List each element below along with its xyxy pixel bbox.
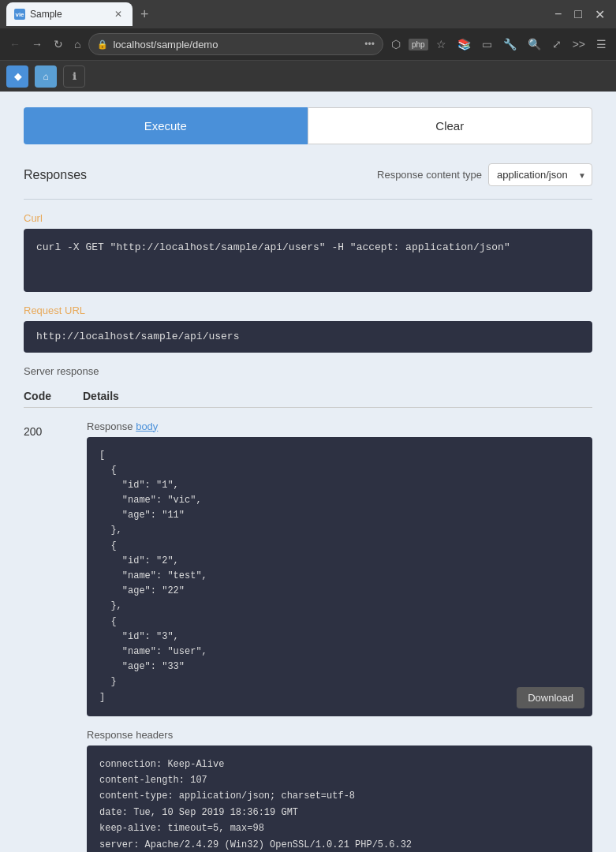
- ext-info-icon[interactable]: ℹ: [63, 65, 85, 88]
- minimize-button[interactable]: −: [550, 7, 566, 22]
- new-tab-button[interactable]: +: [136, 6, 154, 23]
- content-type-select[interactable]: application/json: [488, 163, 592, 186]
- refresh-button[interactable]: ↻: [50, 36, 66, 52]
- fullscreen-icon[interactable]: ⤢: [549, 36, 565, 52]
- curl-code-block: curl -X GET "http://localhost/sample/api…: [24, 229, 592, 292]
- response-body-link[interactable]: body: [136, 420, 158, 432]
- response-headers-label: Response headers: [87, 729, 592, 741]
- forward-button[interactable]: →: [28, 36, 46, 52]
- ext-logo-icon[interactable]: ◆: [6, 65, 28, 88]
- tab-close-button[interactable]: ✕: [112, 8, 125, 21]
- bookmark-icon[interactable]: ☆: [433, 36, 450, 52]
- clear-button[interactable]: Clear: [308, 107, 593, 144]
- response-headers-container: connection: Keep-Alive content-length: 1…: [87, 746, 592, 852]
- address-input[interactable]: 🔒 localhost/sample/demo •••: [88, 33, 383, 55]
- content-type-select-wrapper: application/json ▼: [488, 163, 592, 186]
- zoom-icon[interactable]: 🔍: [525, 36, 544, 52]
- content-type-selector: Response content type application/json ▼: [377, 163, 592, 186]
- toolbar-icons: ⬡ php ☆ 📚 ▭ 🔧 🔍 ⤢ >> ☰: [388, 36, 610, 52]
- php-badge: php: [409, 39, 428, 50]
- window-controls: − □ ✕: [550, 7, 610, 22]
- window-close-button[interactable]: ✕: [590, 7, 610, 22]
- address-options-icon: •••: [364, 39, 375, 50]
- details-header: Details: [83, 390, 119, 402]
- request-url-label: Request URL: [24, 305, 592, 316]
- response-body-container: [ { "id": "1", "name": "vic", "age": "11…: [87, 437, 592, 716]
- response-table-header: Code Details: [24, 385, 592, 408]
- home-button[interactable]: ⌂: [71, 36, 84, 52]
- curl-label: Curl: [24, 212, 592, 224]
- responses-header: Responses Response content type applicat…: [24, 163, 592, 186]
- response-row: 200 Response body [ { "id": "1", "name":…: [24, 420, 592, 853]
- action-buttons: Execute Clear: [24, 107, 592, 144]
- extension-bar: ◆ ⌂ ℹ: [0, 60, 616, 92]
- download-button[interactable]: Download: [517, 687, 584, 708]
- page-content: Execute Clear Responses Response content…: [0, 92, 616, 852]
- execute-button[interactable]: Execute: [24, 107, 308, 144]
- address-bar: ← → ↻ ⌂ 🔒 localhost/sample/demo ••• ⬡ ph…: [0, 28, 616, 60]
- security-icon: 🔒: [97, 39, 108, 50]
- pocket-icon[interactable]: ⬡: [388, 36, 404, 52]
- maximize-button[interactable]: □: [569, 7, 587, 22]
- back-button[interactable]: ←: [6, 36, 24, 52]
- request-url-block: http://localhost/sample/api/users: [24, 321, 592, 353]
- response-code-200: 200: [24, 420, 71, 438]
- responses-title: Responses: [24, 168, 87, 182]
- tab-title: Sample: [30, 9, 62, 20]
- more-icon[interactable]: >>: [569, 36, 588, 52]
- divider-1: [24, 199, 592, 200]
- server-response-label: Server response: [24, 365, 592, 377]
- active-tab[interactable]: vie Sample ✕: [6, 2, 133, 26]
- content-type-label: Response content type: [377, 169, 482, 181]
- ext-home-icon[interactable]: ⌂: [35, 65, 57, 88]
- response-details: Response body [ { "id": "1", "name": "vi…: [87, 420, 592, 853]
- response-headers-content: connection: Keep-Alive content-length: 1…: [99, 757, 580, 852]
- tab-bar: vie Sample ✕ + − □ ✕: [0, 0, 616, 28]
- library-icon[interactable]: 📚: [454, 36, 474, 52]
- response-body-content: [ { "id": "1", "name": "vic", "age": "11…: [99, 448, 580, 705]
- browser-chrome: vie Sample ✕ + − □ ✕ ← → ↻ ⌂ 🔒 localhost…: [0, 0, 616, 92]
- menu-icon[interactable]: ☰: [593, 36, 610, 52]
- address-text: localhost/sample/demo: [113, 39, 218, 50]
- response-body-label: Response body: [87, 420, 592, 432]
- code-header: Code: [24, 390, 51, 402]
- tools-icon[interactable]: 🔧: [500, 36, 520, 52]
- sidebar-icon[interactable]: ▭: [479, 36, 495, 52]
- tab-favicon-icon: vie: [14, 9, 25, 20]
